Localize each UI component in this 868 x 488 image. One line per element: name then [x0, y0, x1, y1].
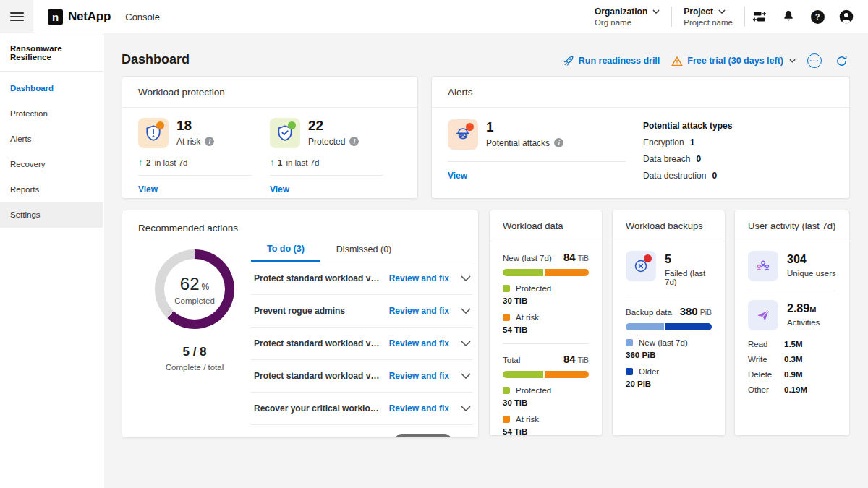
- divider: [626, 296, 712, 296]
- card-title: Recommended actions: [122, 210, 478, 234]
- divider: [503, 343, 589, 344]
- attack-type-value: 0: [696, 154, 701, 164]
- info-icon[interactable]: i: [554, 138, 563, 147]
- legend-label: New (last 7d): [639, 338, 688, 347]
- info-icon[interactable]: i: [205, 137, 214, 146]
- activity-label: Read: [748, 340, 784, 348]
- free-trial-label: Free trial (30 days left): [687, 56, 783, 66]
- complete-ratio: 5 / 8: [135, 345, 254, 359]
- sidebar-item-dashboard[interactable]: Dashboard: [0, 76, 103, 101]
- action-title: Protect standard workload vm_datastore_u…: [254, 338, 382, 348]
- action-row: Protect standard workload vm_datastore_u…: [251, 360, 472, 393]
- organization-switcher[interactable]: Organization Org name: [583, 7, 671, 27]
- review-and-fix-link[interactable]: Review and fix: [389, 306, 449, 316]
- status-badge: [156, 121, 164, 129]
- shield-check-iconbox: [270, 118, 300, 148]
- complete-button[interactable]: Complete: [394, 434, 452, 439]
- free-trial-button[interactable]: Free trial (30 days left): [671, 56, 796, 67]
- activity-value: 1.5M: [784, 340, 803, 348]
- review-and-fix-link[interactable]: Review and fix: [389, 273, 449, 283]
- account-icon: [839, 9, 854, 24]
- sidebar-item-alerts[interactable]: Alerts: [0, 127, 103, 152]
- view-alerts-link[interactable]: View: [448, 171, 467, 181]
- chevron-down-icon: [789, 59, 796, 63]
- expand-row-button[interactable]: [461, 308, 471, 314]
- review-and-fix-link[interactable]: Review and fix: [389, 403, 449, 414]
- notifications-button[interactable]: [774, 9, 803, 24]
- tab-dismissed[interactable]: Dismissed (0): [320, 236, 407, 262]
- potential-attacks-label: Potential attacks: [486, 138, 550, 148]
- sidebar-section-title: Ransomware Resilience: [0, 33, 103, 72]
- refresh-button[interactable]: [833, 55, 849, 67]
- help-button[interactable]: ?: [803, 10, 832, 24]
- account-button[interactable]: [832, 9, 861, 24]
- connector-button[interactable]: [745, 9, 774, 24]
- divider: [448, 161, 626, 162]
- sidebar: Ransomware Resilience Dashboard Protecti…: [0, 33, 103, 488]
- refresh-icon: [835, 55, 848, 67]
- workload-backups-card: Workload backups 5 Failed (last 7d) Back…: [612, 210, 726, 436]
- activity-breakdown-table: Read1.5M Write0.3M Delete0.9M Other0.19M: [748, 340, 836, 394]
- logo-letter: n: [52, 11, 59, 23]
- attack-type-value: 1: [690, 137, 695, 147]
- project-label: Project: [684, 7, 713, 17]
- user-activity-card: User activity (last 7d) 304 Unique users: [734, 210, 850, 436]
- activity-value: 0.9M: [784, 370, 803, 379]
- legend-label: Protected: [516, 284, 551, 293]
- tab-todo[interactable]: To do (3): [251, 236, 320, 262]
- project-switcher[interactable]: Project Project name: [672, 7, 744, 27]
- more-options-button[interactable]: ···: [807, 53, 822, 68]
- users-icon: [754, 257, 772, 275]
- delta-text: in last 7d: [154, 158, 187, 167]
- new-data-value: 84: [563, 251, 576, 263]
- delta-value: 2: [146, 158, 150, 167]
- main-content: Dashboard Run readiness drill Free trial…: [104, 33, 868, 488]
- sidebar-item-protection[interactable]: Protection: [0, 101, 103, 127]
- review-and-fix-link[interactable]: Review and fix: [389, 338, 449, 348]
- ellipsis-icon: ···: [809, 56, 820, 65]
- legend-item: Older: [626, 367, 712, 376]
- view-protected-link[interactable]: View: [270, 184, 289, 194]
- expand-row-button[interactable]: [461, 406, 471, 411]
- netapp-logo-icon: n: [48, 9, 63, 25]
- legend-label: Protected: [516, 386, 551, 395]
- protected-count: 22: [308, 119, 359, 134]
- table-row: Delete0.9M: [748, 370, 836, 379]
- expand-row-button[interactable]: [461, 341, 471, 346]
- view-at-risk-link[interactable]: View: [138, 184, 158, 194]
- chevron-down-icon: [718, 9, 726, 14]
- topbar: n NetApp Console Organization Org name P…: [0, 0, 868, 33]
- expand-row-button[interactable]: [461, 275, 471, 281]
- action-row: Integrate with your security... Complete: [251, 425, 472, 438]
- divider: [748, 291, 836, 291]
- action-title: Integrate with your security...: [254, 437, 387, 439]
- run-readiness-drill-button[interactable]: Run readiness drill: [563, 56, 660, 67]
- legend-swatch: [626, 368, 633, 375]
- legend-item: At risk: [503, 415, 589, 424]
- product-name: Console: [125, 12, 160, 22]
- hamburger-menu-button[interactable]: [0, 0, 33, 33]
- attacker-iconbox: [448, 119, 478, 150]
- chevron-down-icon: [652, 9, 660, 14]
- action-row: Recover your critical workloads faster R…: [251, 393, 472, 425]
- sidebar-item-reports[interactable]: Reports: [0, 177, 103, 202]
- trend-up-icon: ↑: [270, 158, 274, 168]
- delta-value: 1: [278, 158, 282, 167]
- workload-data-card: Workload data New (last 7d) 84TiB Protec…: [489, 210, 603, 436]
- alerts-card: Alerts: [431, 76, 850, 199]
- attack-type-label: Data breach: [643, 154, 690, 164]
- card-title: Workload data: [490, 210, 602, 241]
- activities-unit: M: [809, 305, 816, 314]
- review-and-fix-link[interactable]: Review and fix: [389, 371, 449, 381]
- info-icon[interactable]: i: [349, 137, 359, 146]
- at-risk-stat: 18 At risk i ↑ 2 in last 7d View: [138, 118, 252, 195]
- legend-swatch: [503, 416, 510, 423]
- complete-ratio-caption: Complete / total: [135, 363, 254, 372]
- legend-swatch: [503, 387, 510, 394]
- sidebar-item-settings[interactable]: Settings: [0, 202, 103, 228]
- chevron-down-icon: [461, 373, 471, 379]
- expand-row-button[interactable]: [461, 373, 471, 379]
- sidebar-item-recovery[interactable]: Recovery: [0, 152, 103, 177]
- legend-value: 360 PiB: [626, 351, 712, 359]
- card-title: Workload protection: [122, 77, 417, 108]
